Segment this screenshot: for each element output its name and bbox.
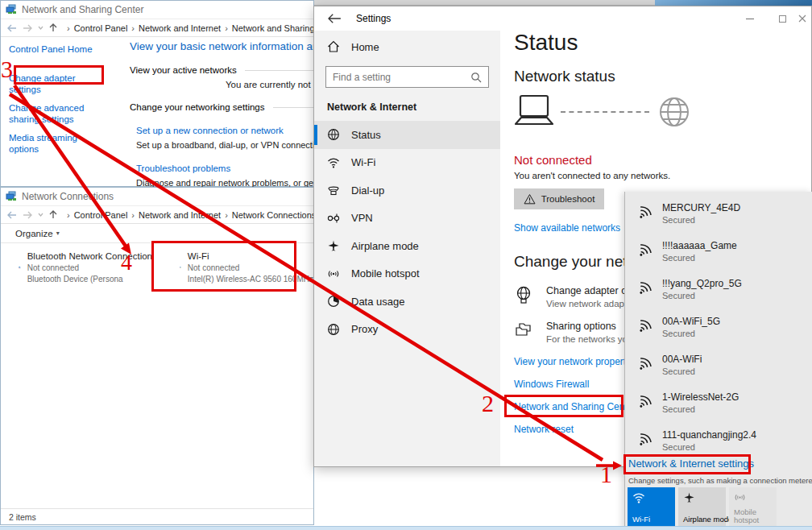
nc-navigation-bar: › Control Panel › Network and Internet ›… (1, 205, 313, 224)
tile-label: Wi-Fi (632, 515, 650, 524)
active-networks-section: View your active networks (130, 65, 313, 75)
breadcrumb[interactable]: › Control Panel › Network and Internet ›… (63, 209, 313, 220)
breadcrumb[interactable]: › Control Panel › Network and Internet ›… (63, 23, 313, 33)
sidebar-item-airplane-mode[interactable]: Airplane mode (314, 232, 500, 260)
sidebar-item-status[interactable]: Status (314, 121, 500, 149)
sidebar-item-wifi[interactable]: Wi-Fi (314, 149, 500, 177)
wifi-network-aaaaaa-game[interactable]: !!!!aaaaaa_Game Secured (625, 236, 812, 274)
crumb-network-sharing-center[interactable]: Network and Sharing Center (232, 23, 313, 33)
wifi-network-wirelessnet[interactable]: 1-WirelessNet-2G Secured (625, 387, 812, 425)
media-streaming-options-link[interactable]: Media streaming options (9, 132, 104, 155)
windows-firewall-link[interactable]: Windows Firewall (514, 379, 589, 390)
networking-settings-label: Change your networking settings (130, 102, 265, 112)
wifi-name: MERCURY_4E4D (662, 202, 740, 213)
crumb-control-panel[interactable]: Control Panel (74, 210, 128, 220)
control-panel-home-link[interactable]: Control Panel Home (9, 43, 104, 55)
sidebar-item-label: Wi-Fi (351, 156, 375, 168)
back-icon[interactable] (327, 13, 342, 24)
organize-button[interactable]: Organize (15, 229, 53, 238)
sidebar-item-label: Proxy (351, 323, 378, 335)
view-network-properties-link[interactable]: View your network properties (514, 356, 639, 367)
nsc-page-heading: View your basic network information and … (130, 40, 313, 52)
wifi-signal-icon (633, 239, 656, 262)
wifi-network-00a-5g[interactable]: 00A-WiFi_5G Secured (625, 312, 812, 350)
network-reset-link[interactable]: Network reset (514, 424, 574, 435)
recent-locations-chevron-icon[interactable] (38, 213, 44, 217)
settings-search-box[interactable] (325, 66, 489, 88)
crumb-control-panel[interactable]: Control Panel (74, 23, 128, 33)
wifi-name: 1-WirelessNet-2G (662, 391, 739, 403)
wifi-toggle-tile[interactable]: Wi-Fi (628, 487, 675, 527)
crumb-network-connections[interactable]: Network Connections (232, 210, 313, 220)
up-icon[interactable] (49, 23, 57, 32)
wifi-flyout-panel: MERCURY_4E4D Secured !!!!aaaaaa_Game Sec… (624, 192, 812, 530)
wifi-signal-icon (633, 353, 656, 375)
search-input[interactable] (333, 72, 470, 83)
troubleshoot-item[interactable]: Troubleshoot problems Diagnose and repai… (130, 160, 313, 188)
adapter-status: Not connected (188, 263, 313, 272)
network-internet-settings-link[interactable]: Network & Internet settings (628, 458, 754, 470)
nsc-main: View your basic network information and … (122, 37, 313, 188)
hotspot-icon (734, 491, 746, 503)
show-available-networks-link[interactable]: Show available networks (514, 222, 620, 234)
wifi-icon (632, 491, 645, 504)
sidebar-item-home[interactable]: Home (327, 40, 379, 53)
sidebar-item-proxy[interactable]: Proxy (314, 316, 500, 344)
sidebar-item-dialup[interactable]: Dial-up (314, 176, 500, 205)
background-window-titlebar (655, 0, 812, 6)
change-adapter-settings-link[interactable]: Change adapter settings (9, 72, 104, 95)
crumb-network-internet[interactable]: Network and Internet (139, 23, 221, 33)
active-networks-value: You are currently not connect (226, 80, 313, 89)
sidebar-item-data-usage[interactable]: Data usage (314, 288, 500, 316)
adapter-status: Not connected (27, 263, 152, 272)
troubleshoot-problems-link[interactable]: Troubleshoot problems (136, 164, 230, 173)
wifi-network-00a[interactable]: 00A-WiFi Secured (625, 350, 812, 387)
sidebar-item-label: Mobile hotspot (351, 267, 420, 279)
sharing-options-icon (514, 321, 533, 340)
recent-locations-chevron-icon[interactable] (38, 26, 44, 30)
sidebar-item-vpn[interactable]: VPN (314, 205, 500, 233)
wifi-network-list: MERCURY_4E4D Secured !!!!aaaaaa_Game Sec… (625, 192, 812, 463)
adapter-wifi[interactable]: Wi-Fi Not connected Intel(R) Wireless-AC… (180, 251, 313, 284)
wifi-icon (327, 156, 340, 169)
up-icon[interactable] (49, 210, 57, 219)
setup-connection-item[interactable]: Set up a new connection or network Set u… (130, 122, 313, 150)
wifi-security: Secured (662, 366, 702, 376)
forward-icon[interactable] (23, 24, 32, 32)
data-usage-icon (327, 295, 340, 308)
connection-dashed-line (561, 111, 649, 113)
forward-icon[interactable] (23, 211, 32, 219)
sidebar-item-label: Dial-up (351, 184, 384, 197)
window-controls (734, 6, 811, 31)
close-button[interactable] (798, 6, 811, 31)
troubleshoot-button[interactable]: Troubleshoot (514, 188, 604, 209)
sidebar-section-header: Network & Internet (327, 101, 416, 113)
internet-globe-icon (656, 93, 693, 130)
adapter-name: Wi-Fi (188, 251, 313, 261)
sidebar-item-mobile-hotspot[interactable]: Mobile hotspot (314, 260, 500, 288)
wifi-network-yang-q2pro[interactable]: !!!yang_Q2pro_5G Secured (625, 274, 812, 312)
maximize-button[interactable] (766, 6, 798, 31)
change-advanced-sharing-link[interactable]: Change advanced sharing settings (9, 102, 104, 125)
minimize-button[interactable] (734, 6, 766, 31)
airplane-icon (327, 239, 340, 252)
troubleshoot-label: Troubleshoot (541, 194, 595, 204)
active-networks-label: View your active networks (130, 65, 237, 75)
mobile-hotspot-tile[interactable]: Mobile hotspot (729, 487, 777, 527)
back-icon[interactable] (7, 24, 17, 32)
network-status-diagram (514, 93, 693, 130)
search-icon[interactable] (470, 72, 482, 83)
network-sharing-center-link[interactable]: Network and Sharing Center (514, 401, 636, 412)
setup-connection-link[interactable]: Set up a new connection or network (136, 126, 284, 135)
adapter-detail: Bluetooth Device (Persona (27, 275, 152, 284)
wifi-network-mercury[interactable]: MERCURY_4E4D Secured (625, 198, 812, 236)
sidebar-home-label: Home (351, 41, 379, 53)
window-title: Network Connections (22, 191, 114, 202)
back-icon[interactable] (7, 211, 17, 219)
settings-titlebar: Settings (314, 6, 811, 31)
network-status-heading: Network status (514, 68, 615, 85)
crumb-network-internet[interactable]: Network and Internet (139, 210, 221, 220)
adapter-bluetooth[interactable]: Bluetooth Network Connection Not connect… (19, 251, 152, 284)
wifi-security: Secured (662, 215, 740, 225)
airplane-mode-tile[interactable]: Airplane mode (678, 487, 726, 527)
